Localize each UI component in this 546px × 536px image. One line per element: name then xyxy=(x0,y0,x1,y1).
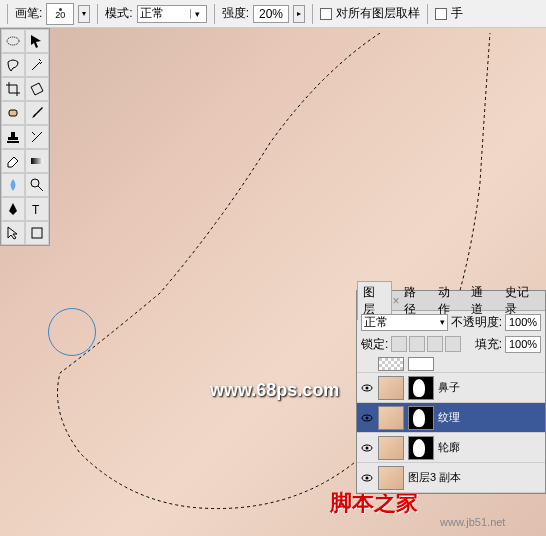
visibility-toggle[interactable] xyxy=(360,471,374,485)
crop-tool[interactable] xyxy=(1,77,25,101)
layer-thumbnail xyxy=(378,406,404,430)
blur-tool[interactable] xyxy=(1,173,25,197)
lasso-tool[interactable] xyxy=(1,53,25,77)
opacity-label: 不透明度: xyxy=(451,314,502,331)
strength-arrow[interactable]: ▸ xyxy=(293,5,305,23)
blend-mode-dropdown[interactable]: 正常 ▾ xyxy=(137,5,207,23)
lock-position-icon[interactable] xyxy=(427,336,443,352)
marquee-tool[interactable] xyxy=(1,29,25,53)
layer-mask-thumbnail xyxy=(408,406,434,430)
visibility-toggle[interactable] xyxy=(360,411,374,425)
layer-mask-thumbnail xyxy=(408,436,434,460)
lock-all-icon[interactable] xyxy=(445,336,461,352)
strength-label: 强度: xyxy=(222,5,249,22)
strength-input[interactable] xyxy=(253,5,289,23)
layer-row[interactable]: 鼻子 xyxy=(357,373,545,403)
options-toolbar: 画笔: 20 ▾ 模式: 正常 ▾ 强度: ▸ 对所有图层取样 手 xyxy=(0,0,546,28)
svg-rect-5 xyxy=(32,228,42,238)
layer-thumbnail xyxy=(378,376,404,400)
gradient-tool[interactable] xyxy=(25,149,49,173)
panel-tabs: 图层 × 路径 动作 通道 史记录 xyxy=(357,291,545,311)
layer-row[interactable]: 轮廓 xyxy=(357,433,545,463)
move-tool[interactable] xyxy=(25,29,49,53)
stamp-tool[interactable] xyxy=(1,125,25,149)
visibility-toggle[interactable] xyxy=(360,441,374,455)
eraser-tool[interactable] xyxy=(1,149,25,173)
pen-tool[interactable] xyxy=(1,197,25,221)
svg-text:T: T xyxy=(32,203,40,217)
history-brush-tool[interactable] xyxy=(25,125,49,149)
fill-input[interactable] xyxy=(505,336,541,353)
svg-point-13 xyxy=(366,476,369,479)
heal-tool[interactable] xyxy=(1,101,25,125)
svg-point-3 xyxy=(31,179,39,187)
lock-transparency-icon[interactable] xyxy=(391,336,407,352)
hand-checkbox[interactable] xyxy=(435,8,447,20)
layer-name: 轮廓 xyxy=(438,440,542,455)
svg-point-7 xyxy=(366,386,369,389)
layer-row[interactable]: 纹理 xyxy=(357,403,545,433)
svg-rect-1 xyxy=(9,110,17,116)
hand-label: 手 xyxy=(451,5,463,22)
lock-label: 锁定: xyxy=(361,336,388,353)
path-select-tool[interactable] xyxy=(1,221,25,245)
text-tool[interactable]: T xyxy=(25,197,49,221)
layer-list: 鼻子 纹理 轮廓 图层3 副本 xyxy=(357,355,545,493)
sample-all-checkbox[interactable] xyxy=(320,8,332,20)
opacity-input[interactable] xyxy=(505,314,541,331)
lock-pixels-icon[interactable] xyxy=(409,336,425,352)
brush-label: 画笔: xyxy=(15,5,42,22)
svg-point-0 xyxy=(7,37,19,45)
slice-tool[interactable] xyxy=(25,77,49,101)
wand-tool[interactable] xyxy=(25,53,49,77)
mode-label: 模式: xyxy=(105,5,132,22)
watermark-68ps: www.68ps.com xyxy=(210,380,339,401)
brush-dropdown-arrow[interactable]: ▾ xyxy=(78,5,90,23)
fill-label: 填充: xyxy=(475,336,502,353)
layer-mask-thumbnail xyxy=(408,376,434,400)
svg-point-9 xyxy=(366,416,369,419)
sample-all-label: 对所有图层取样 xyxy=(336,5,420,22)
layer-name: 纹理 xyxy=(438,410,542,425)
brush-tool[interactable] xyxy=(25,101,49,125)
tools-panel: T xyxy=(0,28,50,246)
layer-thumbnail xyxy=(378,466,404,490)
layers-panel: 图层 × 路径 动作 通道 史记录 正常▾ 不透明度: 锁定: 填充: xyxy=(356,290,546,494)
brush-preset-picker[interactable]: 20 xyxy=(46,3,74,25)
layer-name: 图层3 副本 xyxy=(408,470,542,485)
brush-cursor xyxy=(48,308,96,356)
watermark-jb51-url: www.jb51.net xyxy=(440,516,505,528)
layer-row[interactable] xyxy=(357,355,545,373)
layer-name: 鼻子 xyxy=(438,380,542,395)
visibility-toggle[interactable] xyxy=(360,381,374,395)
layer-thumbnail xyxy=(378,436,404,460)
svg-point-11 xyxy=(366,446,369,449)
svg-rect-2 xyxy=(31,158,43,164)
shape-tool[interactable] xyxy=(25,221,49,245)
dodge-tool[interactable] xyxy=(25,173,49,197)
layer-row[interactable]: 图层3 副本 xyxy=(357,463,545,493)
visibility-toggle[interactable] xyxy=(360,357,374,371)
layer-blend-mode-dropdown[interactable]: 正常▾ xyxy=(361,314,448,331)
